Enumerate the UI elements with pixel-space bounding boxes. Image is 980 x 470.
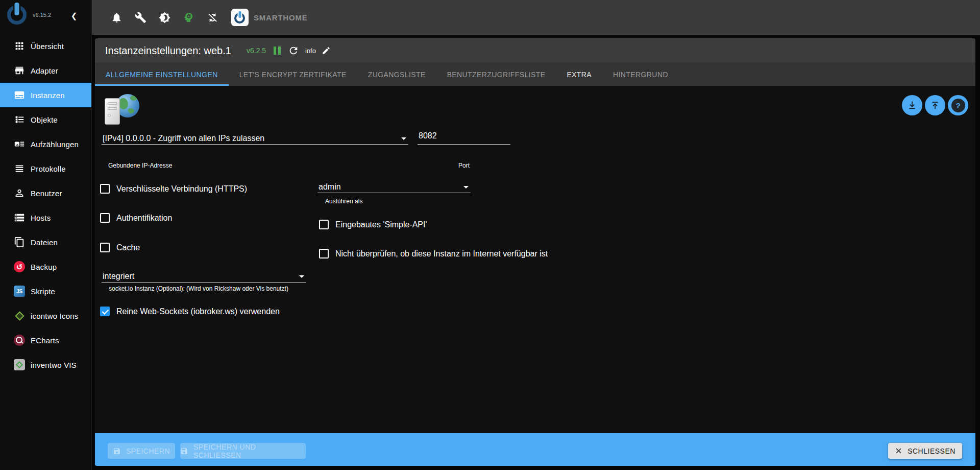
cache-checkbox-label: Cache [116, 243, 140, 252]
icontwo-diamond-icon [13, 310, 26, 322]
floppy-save-icon [180, 447, 188, 455]
sidebar-item-echarts[interactable]: ECharts [0, 328, 91, 353]
expert-mode-button[interactable] [182, 11, 194, 24]
refresh-button[interactable] [288, 38, 299, 63]
sidebar-item-protokolle[interactable]: Protokolle [0, 156, 91, 181]
sidebar-collapse-button[interactable]: ❮ [67, 9, 81, 22]
save-and-close-button-label: SPEICHERN UND SCHLIESSEN [193, 443, 306, 459]
websockets-checkbox-row[interactable]: Reine Web-Sockets (iobroker.ws) verwende… [100, 307, 280, 316]
maintenance-button[interactable] [134, 11, 146, 24]
run-as-field: admin Ausführen als [317, 181, 471, 205]
pause-instance-button[interactable] [274, 38, 283, 63]
tab-benutzerzugriffsliste[interactable]: BENUTZERZUGRIFFSLISTE [436, 63, 556, 86]
upload-config-button[interactable] [925, 95, 945, 115]
sidebar-item-label: Benutzer [31, 189, 62, 198]
expert-head-icon [182, 10, 194, 25]
sidebar-item-inventwo-vis[interactable]: inventwo VIS [0, 353, 91, 377]
tab-lets-encrypt-zertifikate[interactable]: LET'S ENCRYPT ZERTIFIKATE [229, 63, 357, 86]
tab-extra[interactable]: EXTRA [556, 63, 602, 86]
settings-form: ? [IPv4] 0.0.0.0 - Zugriff von allen IPs… [95, 86, 975, 433]
sidebar-item-label: inventwo VIS [31, 361, 77, 369]
storage-icon [13, 212, 26, 224]
tab-zugangsliste[interactable]: ZUGANGSLISTE [357, 63, 436, 86]
adapter-version: v6.2.5 [247, 38, 266, 63]
auth-checkbox [100, 213, 110, 223]
dialog-footer: SPEICHERN SPEICHERN UND SCHLIESSEN SCHLI… [95, 433, 975, 466]
sidebar-item-benutzer[interactable]: Benutzer [0, 181, 91, 205]
instance-settings-dialog: Instanzeinstellungen: web.1 v6.2.5 info … [95, 38, 975, 466]
sidebar-item-objekte[interactable]: Objekte [0, 107, 91, 132]
theme-toggle-button[interactable] [158, 11, 170, 24]
sync-disabled-button[interactable] [206, 11, 218, 24]
port-input[interactable] [418, 128, 510, 145]
sidebar-item-label: Instanzen [31, 91, 65, 100]
bind-ip-value: [IPv4] 0.0.0.0 - Zugriff von allen IPs z… [103, 133, 264, 144]
sidebar-item-skripte[interactable]: JS Skripte [0, 279, 91, 303]
refresh-icon [288, 45, 299, 56]
auth-checkbox-row[interactable]: Authentifikation [100, 213, 172, 223]
no-internet-check-checkbox-row[interactable]: Nicht überprüfen, ob diese Instanz im In… [319, 249, 548, 258]
sidebar-item-backup[interactable]: ↺ Backup [0, 254, 91, 279]
sidebar-item-instanzen[interactable]: Instanzen [0, 83, 91, 107]
server-tower-icon [105, 98, 120, 125]
chevron-down-icon [299, 275, 304, 278]
help-button[interactable]: ? [948, 95, 968, 115]
sidebar-item-label: ECharts [31, 336, 59, 345]
save-and-close-button[interactable]: SPEICHERN UND SCHLIESSEN [180, 443, 306, 459]
js-icon: JS [13, 285, 26, 297]
store-icon [13, 64, 26, 77]
https-checkbox-label: Verschlüsselte Verbindung (HTTPS) [116, 184, 247, 194]
echarts-icon [13, 334, 26, 346]
floppy-save-icon [113, 447, 121, 455]
port-label: Port [418, 162, 510, 169]
bind-ip-label: Gebundene IP-Adresse [108, 162, 408, 169]
close-button[interactable]: SCHLIESSEN [888, 443, 962, 459]
help-icon: ? [951, 99, 965, 112]
tab-allgemeine-einstellungen[interactable]: ALLGEMEINE EINSTELLUNGEN [95, 63, 229, 86]
wrench-icon [135, 12, 146, 24]
run-as-select[interactable]: admin [317, 181, 471, 193]
dialog-header: Instanzeinstellungen: web.1 v6.2.5 info [95, 38, 975, 63]
page-title: Instanzeinstellungen: web.1 [105, 38, 231, 63]
cache-checkbox-row[interactable]: Cache [100, 243, 140, 252]
enums-icon [13, 138, 26, 150]
web-adapter-icon [105, 94, 140, 126]
no-internet-check-checkbox [319, 249, 329, 258]
sidebar-logo-row: v6.15.2 ❮ [0, 0, 91, 35]
sidebar-item-icontwo-icons[interactable]: icontwo Icons [0, 303, 91, 328]
screen: v6.15.2 ❮ Übersicht Adapter Instanzen Ob… [0, 0, 980, 470]
sidebar-item-label: Protokolle [31, 165, 66, 173]
auth-checkbox-label: Authentifikation [116, 214, 172, 223]
https-checkbox [100, 184, 110, 194]
bind-ip-select[interactable]: [IPv4] 0.0.0.0 - Zugriff von allen IPs z… [102, 128, 408, 145]
cache-checkbox [100, 243, 110, 252]
socketio-select[interactable]: integriert [102, 266, 306, 283]
backup-restore-icon: ↺ [13, 261, 26, 273]
sidebar-item-dateien[interactable]: Dateien [0, 230, 91, 254]
tabbar: ALLGEMEINE EINSTELLUNGEN LET'S ENCRYPT Z… [95, 63, 975, 86]
bell-icon [111, 12, 122, 24]
socketio-field: integriert socket.io Instanz (Optional):… [102, 266, 306, 292]
save-button[interactable]: SPEICHERN [108, 443, 175, 459]
download-config-button[interactable] [902, 95, 922, 115]
sidebar-item-label: Hosts [31, 214, 51, 222]
run-as-label: Ausführen als [325, 198, 471, 205]
iobroker-logo-icon [7, 5, 27, 25]
pause-icon [278, 46, 281, 55]
save-button-label: SPEICHERN [126, 447, 170, 455]
person-icon [13, 187, 26, 199]
apps-grid-icon [13, 40, 26, 52]
https-checkbox-row[interactable]: Verschlüsselte Verbindung (HTTPS) [100, 184, 247, 194]
file-copy-icon [13, 236, 26, 248]
chevron-down-icon [463, 186, 469, 189]
sidebar-item-aufzaehlungen[interactable]: Aufzählungen [0, 132, 91, 156]
sidebar-item-adapter[interactable]: Adapter [0, 58, 91, 83]
info-button[interactable]: info [305, 38, 316, 63]
simple-api-checkbox-row[interactable]: Eingebautes 'Simple-API' [319, 220, 427, 229]
sidebar-item-uebersicht[interactable]: Übersicht [0, 34, 91, 58]
run-as-value: admin [318, 181, 341, 193]
sidebar-item-hosts[interactable]: Hosts [0, 205, 91, 230]
tab-hintergrund[interactable]: HINTERGRUND [602, 63, 679, 86]
notifications-button[interactable] [110, 11, 122, 24]
edit-button[interactable] [322, 38, 331, 63]
